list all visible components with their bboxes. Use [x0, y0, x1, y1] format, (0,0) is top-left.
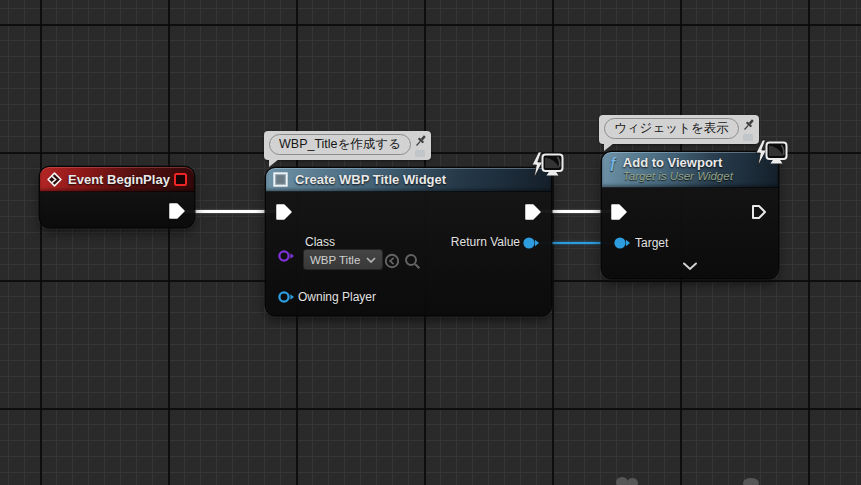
chevron-down-icon [366, 257, 376, 263]
node-create-widget-header: Create WBP Title Widget [266, 168, 551, 192]
node-add-to-viewport[interactable]: ƒ Add to Viewport Target is User Widget … [602, 152, 778, 278]
class-selected-value: WBP Title [310, 254, 360, 266]
pin-icon[interactable] [742, 118, 755, 132]
exec-input-pin[interactable] [610, 203, 628, 221]
use-selected-asset-icon[interactable] [384, 253, 400, 269]
event-node-red-badge [174, 173, 187, 186]
owning-player-pin-label: Owning Player [298, 290, 376, 304]
owning-player-pin[interactable] [277, 290, 295, 304]
cosmetic-client-only-icon [527, 151, 564, 182]
exec-input-pin[interactable] [275, 203, 293, 221]
comment-bubble-create[interactable]: WBP_Titleを作成する [264, 131, 431, 160]
comment-mini-icon [415, 150, 425, 157]
clipped-shape [743, 478, 759, 485]
comment-mini-icon [743, 134, 753, 141]
node-event-beginplay[interactable]: Event BeginPlay [40, 167, 194, 227]
return-value-pin-label: Return Value [451, 235, 520, 249]
node-event-beginplay-header: Event BeginPlay [40, 167, 194, 192]
class-pin-label: Class [305, 235, 335, 249]
exec-output-pin[interactable] [168, 202, 186, 220]
node-create-widget[interactable]: Create WBP Title Widget Class WBP Title [266, 168, 551, 315]
advanced-pins-chevron-icon[interactable] [682, 262, 698, 271]
exec-output-pin[interactable] [524, 203, 542, 221]
clipped-shape [627, 478, 638, 485]
comment-text: WBP_Titleを作成する [269, 134, 411, 155]
comment-text: ウィジェットを表示 [604, 118, 739, 139]
blueprint-graph-canvas[interactable]: Event BeginPlay Create WBP Title Widget … [0, 0, 861, 485]
return-value-pin[interactable] [522, 236, 542, 250]
node-subtitle: Target is User Widget [623, 170, 733, 182]
node-title: Event BeginPlay [68, 172, 170, 187]
target-pin[interactable] [613, 236, 633, 250]
exec-output-pin-unconnected[interactable] [750, 203, 768, 221]
pin-icon[interactable] [414, 134, 427, 148]
node-title: Create WBP Title Widget [295, 172, 446, 187]
widget-icon [273, 172, 288, 187]
target-pin-label: Target [635, 236, 668, 250]
comment-bubble-viewport[interactable]: ウィジェットを表示 [599, 115, 759, 144]
browse-to-asset-search-icon[interactable] [404, 253, 421, 270]
class-select-dropdown[interactable]: WBP Title [303, 249, 383, 270]
node-title: Add to Viewport [623, 155, 733, 170]
class-pin[interactable] [277, 249, 295, 263]
comment-bubble-tail [269, 159, 279, 167]
function-icon: ƒ [609, 155, 617, 171]
event-diamond-icon [47, 172, 62, 187]
comment-bubble-tail [604, 143, 614, 151]
